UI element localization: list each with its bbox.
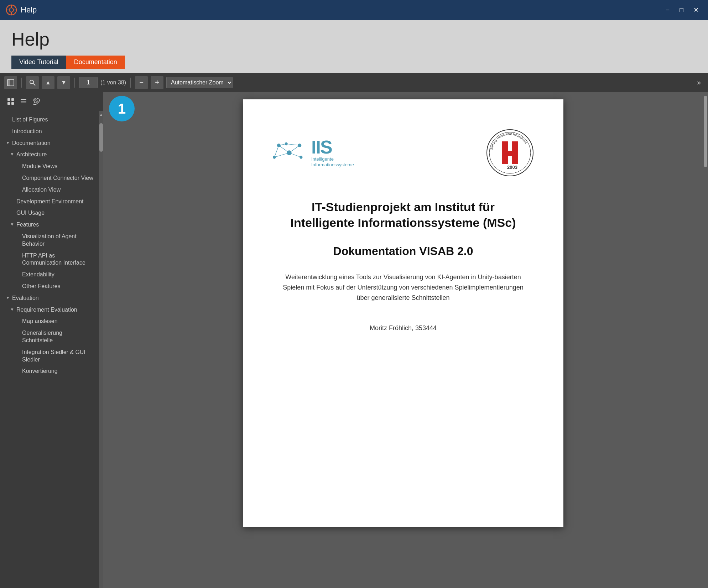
network-icon	[271, 140, 307, 165]
app-icon	[6, 4, 17, 16]
close-button[interactable]: ✕	[690, 5, 702, 15]
tree-item-label: Visualization of Agent Behavior	[22, 233, 93, 248]
svg-rect-34	[502, 151, 518, 156]
svg-point-22	[300, 156, 302, 158]
iis-letters: IIS	[311, 138, 354, 156]
attachment-button[interactable]	[30, 95, 43, 108]
svg-point-1	[9, 8, 14, 12]
tab-video-tutorial[interactable]: Video Tutorial	[11, 56, 66, 69]
tree-item[interactable]: ▼Evaluation	[0, 292, 99, 304]
page-bubble: 1	[109, 96, 135, 121]
tree-item[interactable]: ▼Documentation	[0, 137, 99, 149]
outline-button[interactable]	[17, 95, 30, 108]
help-title: Help	[11, 28, 697, 50]
pdf-page-area[interactable]: IIS Intelligente Informationssysteme	[103, 92, 703, 588]
collapse-arrow-icon: ▼	[10, 152, 15, 157]
next-page-button[interactable]: ▼	[57, 76, 70, 89]
sidebar-scrollbar[interactable]: ▲	[99, 111, 103, 588]
zoom-in-button[interactable]: +	[151, 76, 163, 89]
tree-item[interactable]: Integration Siedler & GUI Siedler	[0, 347, 99, 366]
tree-item[interactable]: Extendability	[0, 269, 99, 281]
svg-text:2003: 2003	[507, 165, 517, 170]
svg-rect-13	[11, 102, 14, 105]
tree-item[interactable]: HTTP API as Communication Interface	[0, 250, 99, 269]
window-title: Help	[21, 5, 659, 15]
more-button[interactable]: »	[694, 77, 704, 88]
svg-line-24	[289, 145, 300, 153]
scroll-up-arrow[interactable]: ▲	[99, 111, 103, 118]
tree-item-label: Features	[16, 221, 39, 229]
toolbar-sep-2	[74, 78, 75, 88]
svg-line-9	[33, 83, 35, 85]
sidebar-icon-bar	[0, 92, 103, 111]
tree-item[interactable]: Konvertierung	[0, 365, 99, 377]
tree-item-label: Other Features	[22, 283, 61, 290]
tree-item-label: Konvertierung	[22, 368, 58, 375]
svg-point-8	[30, 80, 33, 84]
tree-item[interactable]: GUI Usage	[0, 207, 99, 219]
tab-documentation[interactable]: Documentation	[66, 56, 125, 69]
zoom-out-button[interactable]: −	[135, 76, 148, 89]
right-scroll-thumb	[704, 96, 707, 167]
collapse-arrow-icon: ▼	[10, 222, 15, 228]
iis-logo: IIS Intelligente Informationssysteme	[271, 138, 354, 167]
tree-item[interactable]: ▼Requirement Evaluation	[0, 304, 99, 316]
zoom-select[interactable]: Automatischer Zoom 50% 75% 100% 125% 150…	[166, 77, 233, 88]
pdf-toolbar: ▲ ▼ 1 (1 von 38) − + Automatischer Zoom …	[0, 73, 708, 92]
tree-item[interactable]: Allocation View	[0, 184, 99, 196]
tree-item-label: GUI Usage	[16, 209, 45, 217]
svg-line-26	[289, 153, 301, 157]
tree-item[interactable]: ▼Architecture	[0, 149, 99, 161]
right-scrollbar[interactable]	[703, 92, 708, 588]
tabs-row: Video Tutorial Documentation	[11, 56, 697, 69]
main-title-line2: Intelligente Informationssysteme (MSc)	[291, 216, 516, 229]
sidebar-toggle-button[interactable]	[4, 76, 17, 89]
sidebar-tree: List of FiguresIntroduction▼Documentatio…	[0, 111, 99, 588]
search-button[interactable]	[26, 76, 39, 89]
tree-item[interactable]: Introduction	[0, 126, 99, 137]
tree-item[interactable]: Map auslesen	[0, 316, 99, 327]
pdf-viewer: ▲ ▼ 1 (1 von 38) − + Automatischer Zoom …	[0, 73, 708, 588]
maximize-button[interactable]: □	[676, 5, 687, 15]
pdf-page: IIS Intelligente Informationssysteme	[243, 99, 563, 527]
tree-item[interactable]: Visualization of Agent Behavior	[0, 231, 99, 250]
page-info: (1 von 38)	[100, 79, 126, 86]
collapse-arrow-icon: ▼	[6, 295, 11, 301]
svg-rect-12	[7, 102, 10, 105]
tree-item[interactable]: Development Environment	[0, 196, 99, 208]
page-logos: IIS Intelligente Informationssysteme	[271, 128, 535, 178]
sidebar-content: List of FiguresIntroduction▼Documentatio…	[0, 111, 103, 588]
tree-item[interactable]: Other Features	[0, 281, 99, 292]
svg-line-28	[274, 145, 279, 157]
svg-line-23	[279, 145, 289, 153]
tree-item[interactable]: List of Figures	[0, 114, 99, 126]
svg-rect-11	[11, 98, 14, 101]
uni-seal-container: Stiftung Universität Hildesheim 2003	[485, 128, 535, 178]
tree-item[interactable]: Component Connector View	[0, 172, 99, 184]
collapse-arrow-icon: ▼	[10, 307, 15, 313]
uni-seal-svg: Stiftung Universität Hildesheim 2003	[485, 128, 535, 178]
svg-point-18	[277, 144, 281, 147]
prev-page-button[interactable]: ▲	[42, 76, 54, 89]
minimize-button[interactable]: −	[662, 5, 673, 15]
main-title-line1: IT-Studienprojekt am Institut für	[312, 200, 495, 214]
tree-item-label: Generalisierung Schnittstelle	[22, 329, 93, 344]
tree-item-label: Map auslesen	[22, 318, 58, 325]
page-number-input[interactable]: 1	[79, 77, 98, 88]
pdf-content: List of FiguresIntroduction▼Documentatio…	[0, 92, 708, 588]
tree-item-label: Development Environment	[16, 198, 84, 205]
tree-item[interactable]: Generalisierung Schnittstelle	[0, 327, 99, 347]
page-container: 1	[103, 92, 708, 588]
tree-item-label: Component Connector View	[22, 175, 93, 182]
pdf-sidebar: List of FiguresIntroduction▼Documentatio…	[0, 92, 103, 588]
tree-item[interactable]: Module Views	[0, 161, 99, 172]
thumbnails-button[interactable]	[4, 95, 17, 108]
main-title: IT-Studienprojekt am Institut für Intell…	[291, 199, 516, 230]
iis-subtitle-2: Informationssysteme	[311, 162, 354, 168]
tree-item-label: Architecture	[16, 151, 47, 158]
tree-item[interactable]: ▼Features	[0, 219, 99, 231]
tree-item-label: List of Figures	[12, 116, 48, 124]
page-description: Weiterentwicklung eines Tools zur Visual…	[278, 272, 528, 303]
tree-item-label: HTTP API as Communication Interface	[22, 252, 93, 267]
titlebar: Help − □ ✕	[0, 0, 708, 20]
